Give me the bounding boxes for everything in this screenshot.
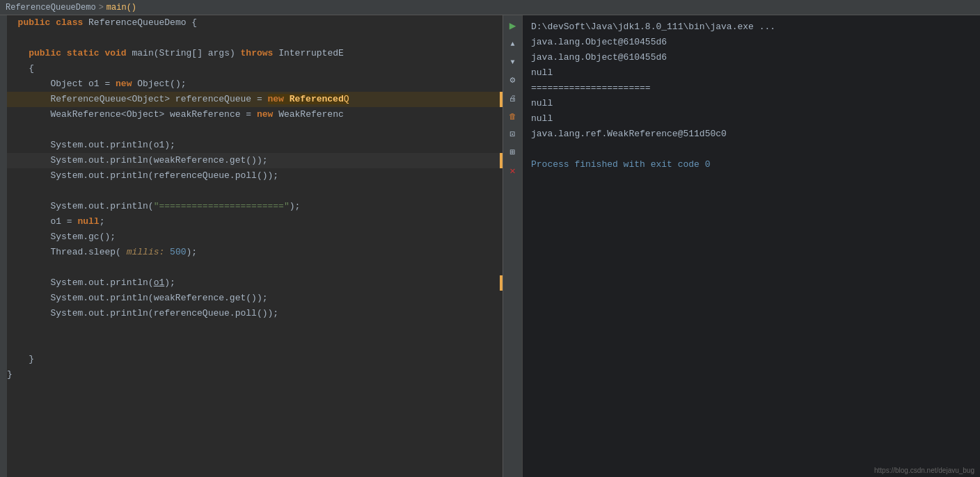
code-line-main: public static void main(String[] args) t…	[7, 46, 503, 61]
code-line	[7, 31, 503, 46]
scroll-up-button[interactable]: ▲	[505, 36, 521, 51]
watermark: https://blog.csdn.net/dejavu_bug	[874, 467, 974, 474]
output-line: null	[531, 65, 972, 81]
settings-button[interactable]: ⚙	[505, 72, 521, 88]
code-line: System.gc();	[7, 229, 503, 245]
output-line-path: D:\devSoft\Java\jdk1.8.0_111\bin\java.ex…	[531, 19, 972, 35]
close-button[interactable]: ✕	[505, 163, 521, 178]
code-line: Object o1 = new Object();	[7, 76, 503, 92]
print-button[interactable]: 🖨	[505, 90, 521, 106]
collapse-button[interactable]: ⊞	[505, 145, 521, 160]
code-content: public class ReferenceQueueDemo { public…	[7, 15, 503, 477]
trash-button[interactable]: 🗑	[505, 108, 521, 124]
code-line: {	[7, 61, 503, 76]
output-line-process: Process finished with exit code 0	[531, 157, 972, 172]
output-line: null	[531, 96, 972, 111]
code-line: System.out.println(o1);	[7, 138, 503, 153]
main-container: public class ReferenceQueueDemo { public…	[0, 15, 980, 477]
output-line: ======================	[531, 81, 972, 96]
scrollbar-track[interactable]	[0, 15, 7, 477]
code-line-class-close: }	[7, 367, 503, 382]
breadcrumb-sep: >	[99, 3, 104, 13]
code-line: }	[7, 352, 503, 367]
output-text: D:\devSoft\Java\jdk1.8.0_111\bin\java.ex…	[531, 19, 972, 473]
breadcrumb-method: main()	[106, 3, 136, 13]
code-line: o1 = null;	[7, 214, 503, 229]
code-line-referencequeue: ReferenceQueue<Object> referenceQueue = …	[7, 92, 503, 107]
code-line-weakreference: WeakReference<Object> weakReference = ne…	[7, 107, 503, 122]
output-panel: D:\devSoft\Java\jdk1.8.0_111\bin\java.ex…	[522, 15, 980, 477]
code-line	[7, 184, 503, 199]
scroll-down-button[interactable]: ▼	[505, 54, 521, 70]
code-panel: public class ReferenceQueueDemo { public…	[0, 15, 522, 477]
output-line: null	[531, 111, 972, 127]
code-line: public class ReferenceQueueDemo {	[7, 15, 503, 31]
expand-button[interactable]: ⊡	[505, 127, 521, 142]
code-line: System.out.println(referenceQueue.poll()…	[7, 306, 503, 321]
run-button[interactable]: ▶	[505, 18, 521, 33]
output-line: java.lang.ref.WeakReference@511d50c0	[531, 127, 972, 142]
code-line-o1: System.out.println(o1);	[7, 275, 503, 291]
code-line-current: System.out.println(weakReference.get());	[7, 153, 503, 168]
output-line-blank	[531, 142, 972, 157]
output-line: java.lang.Object@610455d6	[531, 50, 972, 65]
code-line	[7, 122, 503, 138]
breadcrumb-bar: ReferenceQueueDemo > main()	[0, 0, 980, 15]
code-line-sleep: Thread.sleep( millis: 500);	[7, 245, 503, 260]
code-line: System.out.println("====================…	[7, 199, 503, 214]
code-line	[7, 321, 503, 337]
code-line	[7, 260, 503, 275]
code-line: System.out.println(weakReference.get());	[7, 291, 503, 306]
side-toolbar: ▶ ▲ ▼ ⚙ 🖨 🗑 ⊡ ⊞ ✕	[503, 15, 522, 477]
output-line: java.lang.Object@610455d6	[531, 35, 972, 50]
code-line	[7, 337, 503, 352]
code-line: System.out.println(referenceQueue.poll()…	[7, 168, 503, 184]
breadcrumb-class: ReferenceQueueDemo	[6, 3, 96, 13]
